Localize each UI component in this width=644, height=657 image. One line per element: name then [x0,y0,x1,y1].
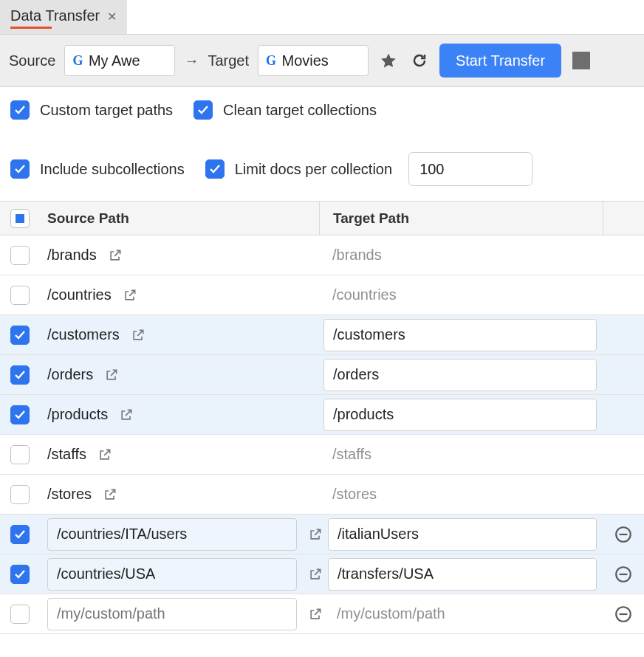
source-path-text: /brands [47,247,97,264]
tab-data-transfer[interactable]: Data Transfer ✕ [0,0,127,34]
open-external-icon[interactable] [102,486,118,503]
table-row [0,515,644,554]
start-transfer-button[interactable]: Start Transfer [439,44,561,78]
table-row: /countries/countries [0,275,644,315]
open-external-icon[interactable] [130,327,146,343]
row-checkbox[interactable] [10,485,30,504]
stop-icon[interactable] [570,49,592,72]
row-checkbox[interactable] [10,365,30,385]
option-include-subcollections[interactable]: Include subcollections [10,159,185,179]
target-selector[interactable]: G Movies [258,45,369,76]
row-checkbox[interactable] [10,565,30,584]
close-icon[interactable]: ✕ [107,11,117,23]
option-limit-docs[interactable]: Limit docs per collection [205,152,532,186]
table-row: /my/custom/path [0,594,644,634]
source-path-input[interactable] [47,518,297,551]
table-row: /stores/stores [0,475,644,515]
row-checkbox[interactable] [10,445,30,464]
source-path-text: /stores [47,486,92,503]
row-checkbox[interactable] [10,246,30,265]
google-g-icon: G [72,53,83,69]
target-path-text: /staffs [323,446,371,463]
target-path-input[interactable] [323,319,597,351]
option-clean-target[interactable]: Clean target collections [193,100,377,120]
google-g-icon: G [266,53,276,69]
open-external-icon[interactable] [307,526,323,543]
table-header: Source Path Target Path [0,202,644,235]
star-icon[interactable] [377,49,400,72]
options-panel: Custom target paths Clean target collect… [0,87,644,192]
target-path-input[interactable] [323,359,597,391]
open-external-icon[interactable] [103,367,120,383]
table-row: /brands/brands [0,235,644,275]
source-path-text: /customers [47,326,120,343]
source-path-text: /countries [47,286,112,303]
target-path-text: /countries [323,286,397,303]
row-checkbox[interactable] [10,605,30,624]
tab-title-text: Data Transfer [10,7,100,24]
source-selector[interactable]: G My Awe [64,45,175,76]
tab-label: Data Transfer [10,7,100,27]
option-label: Limit docs per collection [235,161,392,178]
checkbox[interactable] [10,159,30,179]
limit-docs-input[interactable] [408,152,532,186]
row-checkbox[interactable] [10,525,30,544]
option-label: Include subcollections [40,161,185,178]
remove-row-icon[interactable] [613,524,634,545]
option-label: Clean target collections [223,102,377,119]
checkbox[interactable] [193,100,213,120]
source-path-input[interactable] [47,598,297,630]
row-checkbox[interactable] [10,326,30,345]
open-external-icon[interactable] [97,447,113,463]
target-path-input[interactable] [328,518,597,551]
arrow-right-icon: → [184,52,199,69]
open-external-icon[interactable] [122,287,138,303]
toolbar: Source G My Awe → Target G Movies Start … [0,35,644,87]
source-selector-value: My Awe [89,52,140,69]
option-label: Custom target paths [40,102,173,119]
paths-table: Source Path Target Path /brands/brands/c… [0,201,644,634]
target-path-text: /brands [323,247,382,264]
row-checkbox[interactable] [10,405,30,424]
checkbox[interactable] [205,159,225,179]
source-path-input[interactable] [47,558,297,591]
header-source-path: Source Path [40,210,319,227]
open-external-icon[interactable] [118,407,134,423]
select-all-checkbox[interactable] [10,209,30,228]
option-custom-target-paths[interactable]: Custom target paths [10,100,173,120]
source-label: Source [9,52,55,69]
target-label: Target [208,52,249,69]
open-external-icon[interactable] [107,247,123,264]
target-path-input[interactable] [323,399,597,431]
source-path-text: /staffs [47,446,86,463]
tab-bar: Data Transfer ✕ [0,0,644,35]
table-row: /staffs/staffs [0,435,644,475]
target-path-text: /my/custom/path [328,605,445,622]
open-external-icon[interactable] [307,566,323,582]
table-row [0,554,644,594]
remove-row-icon[interactable] [613,564,634,585]
table-row: /products [0,395,644,435]
open-external-icon[interactable] [307,606,323,622]
refresh-icon[interactable] [408,49,431,72]
remove-row-icon[interactable] [613,604,634,625]
checkbox[interactable] [10,100,30,120]
table-row: /orders [0,355,644,395]
target-path-text: /stores [323,486,377,503]
target-selector-value: Movies [281,52,328,69]
source-path-text: /products [47,406,108,423]
header-target-path: Target Path [319,202,603,235]
table-row: /customers [0,315,644,355]
target-path-input[interactable] [328,558,597,591]
tab-active-underline [10,27,52,29]
source-path-text: /orders [47,366,93,383]
row-checkbox[interactable] [10,286,30,305]
